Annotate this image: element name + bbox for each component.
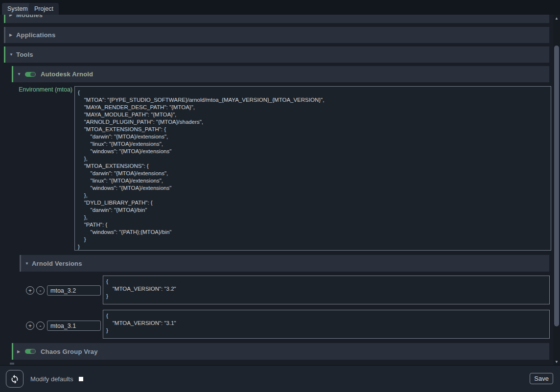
chevron-down-icon: ▼ [9, 52, 16, 57]
section-header-arnold-versions[interactable]: ▼ Arnold Versions [20, 255, 549, 272]
section-header-autodesk-arnold[interactable]: ▼ Autodesk Arnold [12, 66, 549, 82]
footer-bar: Modify defaults Save [0, 365, 560, 392]
section-header-tools[interactable]: ▼ Tools [4, 46, 549, 63]
arnold-enabled-toggle[interactable] [25, 72, 36, 77]
version-name-input[interactable] [47, 321, 101, 331]
remove-version-button[interactable]: - [36, 322, 45, 330]
tab-project-label: Project [34, 5, 53, 12]
section-title-modules: Modules [16, 15, 43, 19]
add-version-button[interactable]: + [26, 322, 34, 330]
vertical-scrollbar-thumb[interactable] [554, 46, 559, 326]
modify-defaults-checkbox[interactable] [79, 377, 83, 381]
version-json-editor[interactable]: { "MTOA_VERSION": "3.2" } [103, 276, 550, 304]
save-button[interactable]: Save [530, 373, 553, 384]
section-title-autodesk-arnold: Autodesk Arnold [41, 70, 93, 78]
version-json-editor[interactable]: { "MTOA_VERSION": "3.1" } [103, 310, 550, 339]
chevron-right-icon: ▶ [17, 349, 24, 354]
chevron-right-icon: ▶ [9, 33, 16, 37]
section-title-tools: Tools [16, 51, 33, 58]
scroll-up-icon: ▲ [555, 16, 559, 21]
vray-enabled-toggle[interactable] [25, 349, 36, 354]
refresh-icon [9, 373, 20, 384]
modify-defaults-label: Modify defaults [30, 375, 73, 383]
section-header-applications[interactable]: ▶ Applications [4, 27, 549, 43]
section-title-chaos-group-vray: Chaos Group Vray [41, 348, 98, 355]
vertical-scrollbar: ▲ ▼ [553, 15, 560, 365]
section-header-chaos-group-vray[interactable]: ▶ Chaos Group Vray [12, 343, 549, 360]
environment-mtoa-json-editor[interactable]: { "MTOA": "{PYPE_STUDIO_SOFTWARE}/arnold… [74, 86, 551, 251]
refresh-button[interactable] [6, 370, 23, 388]
tab-project[interactable]: Project [29, 3, 59, 15]
horizontal-scrollbar-thumb[interactable] [10, 363, 14, 365]
chevron-down-icon: ▼ [17, 72, 24, 76]
tab-bar: System Project [0, 0, 560, 15]
scroll-down-icon: ▼ [555, 360, 559, 364]
section-title-arnold-versions: Arnold Versions [32, 260, 82, 267]
scroll-up-button[interactable]: ▲ [553, 15, 560, 22]
remove-version-button[interactable]: - [36, 286, 45, 295]
chevron-down-icon: ▼ [25, 261, 32, 266]
version-name-input[interactable] [47, 285, 101, 296]
tab-system-label: System [7, 5, 28, 12]
settings-window: System Project ▶ Modules ▶ Applications … [0, 0, 560, 392]
scroll-down-button[interactable]: ▼ [553, 358, 560, 365]
section-title-applications: Applications [16, 31, 55, 39]
add-version-button[interactable]: + [26, 286, 34, 295]
environment-mtoa-label: Environment (mtoa) [0, 86, 72, 93]
section-header-modules[interactable]: ▶ Modules [4, 15, 549, 23]
modify-defaults-row: Modify defaults [30, 366, 83, 392]
settings-scroll-area: ▶ Modules ▶ Applications ▼ Tools ▼ Autod… [0, 15, 553, 365]
chevron-right-icon: ▶ [9, 15, 16, 17]
